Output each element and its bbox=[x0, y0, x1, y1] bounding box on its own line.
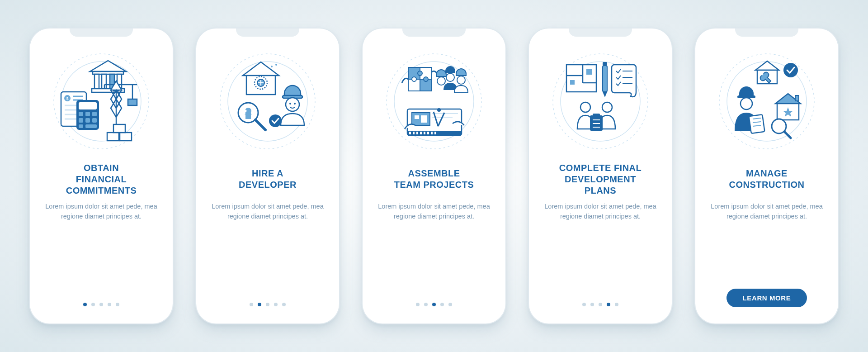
pagination-dots bbox=[83, 303, 119, 306]
svg-point-54 bbox=[269, 114, 282, 127]
phone-mockup: COMPLETE FINAL DEVELOPMENT PLANS Lorem i… bbox=[529, 29, 672, 323]
svg-marker-92 bbox=[603, 92, 607, 97]
svg-rect-19 bbox=[79, 102, 97, 109]
svg-rect-78 bbox=[424, 132, 425, 134]
pagination-dot[interactable] bbox=[599, 303, 602, 306]
pagination-dots bbox=[250, 303, 286, 306]
svg-point-66 bbox=[437, 77, 445, 85]
svg-point-64 bbox=[446, 73, 454, 81]
svg-rect-35 bbox=[120, 133, 132, 141]
svg-rect-79 bbox=[427, 132, 429, 134]
pagination-dot[interactable] bbox=[582, 303, 586, 306]
phone-notch bbox=[236, 29, 299, 37]
svg-rect-77 bbox=[420, 132, 422, 134]
slide-title: ASSEMBLE TEAM PROJECTS bbox=[392, 162, 477, 197]
slide-description: Lorem ipsum dolor sit amet pede, mea reg… bbox=[40, 197, 163, 303]
svg-rect-91 bbox=[603, 66, 607, 92]
svg-rect-69 bbox=[415, 115, 419, 119]
svg-point-97 bbox=[580, 102, 590, 112]
svg-rect-76 bbox=[416, 132, 418, 134]
svg-point-53 bbox=[294, 103, 296, 105]
svg-rect-20 bbox=[79, 112, 83, 116]
svg-rect-89 bbox=[570, 80, 575, 85]
svg-rect-21 bbox=[85, 112, 90, 116]
slide-title: OBTAIN FINANCIAL COMMITMENTS bbox=[63, 162, 140, 197]
svg-rect-25 bbox=[92, 118, 97, 123]
pagination-dots bbox=[416, 303, 452, 306]
phone-mockup: MANAGE CONSTRUCTION Lorem ipsum dolor si… bbox=[695, 29, 838, 323]
svg-point-49 bbox=[245, 110, 247, 112]
svg-rect-93 bbox=[603, 62, 607, 66]
svg-point-43 bbox=[271, 66, 273, 67]
svg-rect-116 bbox=[795, 95, 799, 101]
svg-rect-23 bbox=[79, 118, 83, 123]
svg-point-82 bbox=[437, 108, 441, 112]
pagination-dot[interactable] bbox=[266, 303, 269, 306]
pagination-dot[interactable] bbox=[91, 303, 95, 306]
slide-description: Lorem ipsum dolor sit amet pede, mea reg… bbox=[539, 197, 662, 303]
phone-notch bbox=[402, 29, 466, 37]
pagination-dot[interactable] bbox=[607, 303, 610, 306]
pagination-dot[interactable] bbox=[590, 303, 594, 306]
pagination-dot[interactable] bbox=[440, 303, 444, 306]
slide-description: Lorem ipsum dolor sit amet pede, mea reg… bbox=[373, 197, 495, 303]
pagination-dot[interactable] bbox=[108, 303, 111, 306]
pagination-dot[interactable] bbox=[416, 303, 420, 306]
hire-developer-icon bbox=[216, 49, 320, 153]
svg-rect-34 bbox=[107, 133, 119, 141]
pagination-dot[interactable] bbox=[258, 303, 261, 306]
svg-line-120 bbox=[784, 132, 791, 138]
pagination-dot[interactable] bbox=[116, 303, 119, 306]
svg-point-98 bbox=[602, 102, 612, 112]
svg-text:$: $ bbox=[66, 96, 68, 101]
pagination-dot[interactable] bbox=[432, 303, 436, 306]
slide-title: HIRE A DEVELOPER bbox=[236, 162, 299, 197]
svg-rect-22 bbox=[92, 112, 97, 116]
learn-more-button[interactable]: LEARN MORE bbox=[726, 289, 807, 307]
svg-point-110 bbox=[741, 98, 752, 109]
svg-rect-4 bbox=[94, 74, 99, 89]
slide-title: MANAGE CONSTRUCTION bbox=[726, 162, 807, 197]
svg-point-65 bbox=[457, 76, 465, 84]
svg-marker-39 bbox=[243, 62, 279, 76]
svg-rect-75 bbox=[413, 132, 415, 134]
svg-rect-81 bbox=[434, 132, 436, 134]
slide-title: COMPLETE FINAL DEVELOPMENT PLANS bbox=[557, 162, 645, 197]
pagination-dot[interactable] bbox=[282, 303, 286, 306]
phone-mockup: $ bbox=[30, 29, 173, 323]
pagination-dot[interactable] bbox=[424, 303, 428, 306]
svg-line-48 bbox=[255, 120, 265, 130]
phone-mockup: HIRE A DEVELOPER Lorem ipsum dolor sit a… bbox=[196, 29, 339, 323]
svg-rect-74 bbox=[409, 132, 411, 134]
phone-mockup: ASSEMBLE TEAM PROJECTS Lorem ipsum dolor… bbox=[363, 29, 505, 323]
svg-rect-70 bbox=[421, 115, 427, 123]
svg-rect-26 bbox=[79, 124, 83, 128]
svg-point-108 bbox=[783, 63, 798, 77]
slide-description: Lorem ipsum dolor sit amet pede, mea reg… bbox=[705, 197, 828, 289]
svg-point-61 bbox=[418, 71, 422, 76]
pagination-dot[interactable] bbox=[99, 303, 103, 306]
pagination-dot[interactable] bbox=[83, 303, 87, 306]
svg-point-52 bbox=[289, 103, 291, 105]
pagination-dots bbox=[582, 303, 618, 306]
phone-notch bbox=[735, 29, 798, 37]
development-plans-icon bbox=[548, 49, 652, 153]
svg-rect-100 bbox=[593, 114, 600, 117]
svg-point-63 bbox=[424, 77, 428, 81]
svg-point-51 bbox=[286, 98, 299, 111]
pagination-dot[interactable] bbox=[274, 303, 278, 306]
pagination-dot[interactable] bbox=[448, 303, 452, 306]
svg-rect-36 bbox=[113, 124, 125, 133]
onboarding-row: $ bbox=[30, 29, 838, 323]
svg-rect-32 bbox=[128, 99, 137, 105]
pagination-dot[interactable] bbox=[615, 303, 618, 306]
svg-point-62 bbox=[412, 77, 416, 81]
pagination-dot[interactable] bbox=[250, 303, 253, 306]
svg-point-44 bbox=[275, 64, 277, 66]
svg-rect-111 bbox=[749, 114, 765, 133]
phone-notch bbox=[569, 29, 632, 37]
svg-rect-27 bbox=[85, 124, 97, 128]
svg-rect-80 bbox=[431, 132, 433, 134]
slide-description: Lorem ipsum dolor sit amet pede, mea reg… bbox=[206, 197, 329, 303]
financial-commitments-icon: $ bbox=[49, 49, 153, 153]
